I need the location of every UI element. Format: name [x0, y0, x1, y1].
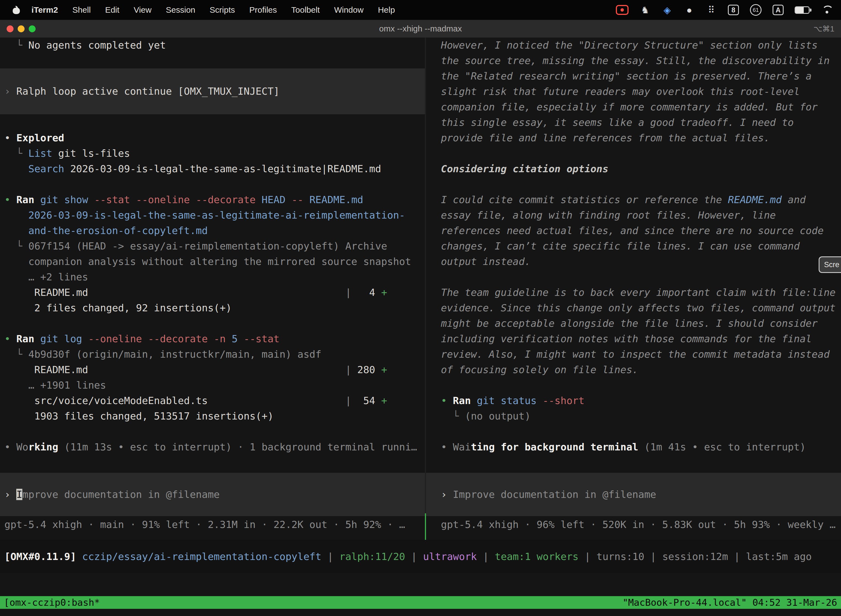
text-segment: 067f154 (HEAD -> essay/ai-reimplementati…	[28, 241, 387, 252]
menu-item-view[interactable]: View	[134, 5, 151, 15]
terminal-pane-left[interactable]: └ No agents completed yet› Ralph loop ac…	[0, 38, 425, 540]
blank-line	[426, 269, 841, 285]
text-segment: of focusing solely on file lines.	[441, 364, 638, 375]
terminal-line: this single essay, it seems like a good …	[426, 115, 841, 130]
menu-item-toolbelt[interactable]: Toolbelt	[292, 5, 320, 15]
terminal-line: └ (no output)	[426, 408, 841, 424]
menu-item-scripts[interactable]: Scripts	[210, 5, 235, 15]
text-segment: might be acceptable alongside the file l…	[441, 318, 818, 329]
text-segment: I	[16, 489, 22, 500]
prompt-input-left[interactable]: › Improve documentation in @filename	[0, 473, 425, 516]
text-segment: gpt-5.4 xhigh · main · 91% left · 2.31M …	[4, 519, 405, 530]
terminal-line: review. Also, I might want to inspect th…	[426, 347, 841, 362]
blank-line	[426, 177, 841, 192]
text-segment: this single essay, it seems like a good …	[441, 117, 794, 128]
prompt-input-left-text: › Improve documentation in @filename	[0, 487, 425, 502]
terminal-line: • Explored	[0, 130, 425, 146]
blank-line	[426, 378, 841, 393]
terminal-line: essay file, along with finding root file…	[426, 208, 841, 223]
menu-item-shell[interactable]: Shell	[72, 5, 91, 15]
menu-item-session[interactable]: Session	[166, 5, 195, 15]
text-segment: |	[88, 287, 351, 298]
wifi-icon[interactable]	[820, 5, 833, 15]
text-segment: No agents completed yet	[28, 40, 166, 51]
text-segment: --	[286, 194, 303, 205]
text-segment: companion analysis without altering the …	[4, 256, 411, 267]
terminal-line: of focusing solely on file lines.	[426, 362, 841, 378]
close-button[interactable]	[7, 25, 13, 32]
text-segment: (1m 41s • esc to interrupt)	[638, 441, 806, 453]
screen-edge-overlay-text: Scre	[824, 261, 840, 269]
window-title-bar: omx --xhigh --madmax ⌥⌘1	[0, 20, 841, 38]
blank-line	[0, 53, 425, 69]
terminal-line: and-the-erosion-of-copyleft.md	[0, 223, 425, 238]
terminal-line: README.md | 4 +	[0, 285, 425, 300]
tmux-host-clock: "MacBook-Pro-44.local" 04:52 31-Mar-26	[623, 597, 837, 608]
minimize-button[interactable]	[18, 25, 25, 32]
key-8-icon[interactable]: 8	[728, 5, 739, 15]
terminal-line: • Ran git log --oneline --decorate -n 5 …	[0, 331, 425, 347]
menu-item-profiles[interactable]: Profiles	[249, 5, 277, 15]
battery-icon[interactable]	[795, 6, 810, 14]
omx-status-line: [OMX#0.11.9] cczip/essay/ai-reimplementa…	[0, 551, 812, 562]
terminal-line: 1903 files changed, 513517 insertions(+)	[0, 408, 425, 424]
menu-item-edit[interactable]: Edit	[105, 5, 119, 15]
text-segment: • Wai	[441, 441, 471, 453]
terminal-pane-right[interactable]: However, I noticed the "Directory Struct…	[426, 38, 841, 540]
text-segment: team:1 workers	[495, 551, 578, 562]
text-segment: +	[381, 395, 387, 406]
knight-app-icon[interactable]: ♞	[640, 4, 651, 16]
zoom-button[interactable]	[29, 25, 35, 32]
text-segment: 280	[351, 364, 381, 375]
text-segment: HEAD	[255, 194, 285, 205]
menu-app-name[interactable]: iTerm2	[31, 5, 58, 15]
text-segment: provide file and line references from th…	[441, 132, 770, 144]
text-segment: I could cite commit statistics or refere…	[441, 194, 728, 205]
terminal-line: However, I noticed the "Directory Struct…	[426, 38, 841, 53]
terminal-line: README.md | 280 +	[0, 362, 425, 378]
text-segment: Ran	[453, 395, 471, 406]
screen-edge-overlay[interactable]: Scre	[819, 257, 841, 273]
terminal-band-line: › Ralph loop active continue [OMX_TMUX_I…	[0, 84, 425, 99]
input-source-icon[interactable]: A	[772, 5, 784, 15]
text-segment: └	[4, 148, 28, 159]
text-segment: 2026-03-09-is-legal-the-same-as-legitima…	[4, 210, 405, 221]
terminal-line: 2 files changed, 92 insertions(+)	[0, 300, 425, 316]
window-title: omx --xhigh --madmax	[0, 24, 841, 34]
menu-item-help[interactable]: Help	[378, 5, 395, 15]
text-segment: review. Also, I might want to inspect th…	[441, 349, 830, 360]
text-segment: git log	[34, 333, 82, 345]
terminal-line: companion analysis without altering the …	[0, 254, 425, 269]
text-segment: 4b9d30f (origin/main, instructkr/main, m…	[28, 349, 321, 360]
screen-recording-icon[interactable]	[616, 5, 629, 15]
terminal-line: … +1901 lines	[0, 378, 425, 393]
prompt-input-right[interactable]: › Improve documentation in @filename	[426, 473, 841, 516]
tmux-session-window: [omx-cczip0:bash*	[4, 597, 100, 608]
gauge-61-icon[interactable]: 61	[750, 4, 762, 16]
omx-status-bar: [OMX#0.11.9] cczip/essay/ai-reimplementa…	[0, 540, 841, 573]
text-segment: Ran	[16, 333, 34, 345]
text-segment: 2026-03-09-is-legal-the-same-as-legitima…	[64, 163, 381, 175]
text-segment: git ls-files	[52, 148, 130, 159]
text-segment: However, I noticed the "Directory Struct…	[441, 40, 818, 51]
dots-grid-icon[interactable]: ⠿	[706, 4, 717, 16]
round-app-icon[interactable]: ●	[684, 4, 695, 16]
blank-line	[0, 114, 425, 130]
text-segment: |	[477, 551, 495, 562]
terminal-line: • Working (11m 13s • esc to interrupt) ·…	[0, 439, 425, 455]
apple-menu-icon[interactable]	[13, 6, 20, 14]
text-segment: 4	[351, 287, 381, 298]
text-segment: ›	[441, 489, 453, 500]
terminal-line: the source tree, missing the essay. Stil…	[426, 53, 841, 69]
blue-app-icon[interactable]: ◈	[662, 4, 673, 16]
text-segment: | turns:10 | session:12m | last:5m ago	[579, 551, 812, 562]
text-segment: … +1901 lines	[4, 380, 106, 391]
text-segment: |	[321, 551, 339, 562]
menu-items: ShellEditViewSessionScriptsProfilesToolb…	[72, 5, 395, 15]
blank-line	[0, 424, 425, 439]
text-segment: ting for background terminal	[471, 441, 638, 453]
text-segment: README.md	[303, 194, 363, 205]
text-segment: 1903 files changed, 513517 insertions(+)	[4, 411, 273, 422]
text-segment: --short	[537, 395, 585, 406]
menu-item-window[interactable]: Window	[334, 5, 364, 15]
